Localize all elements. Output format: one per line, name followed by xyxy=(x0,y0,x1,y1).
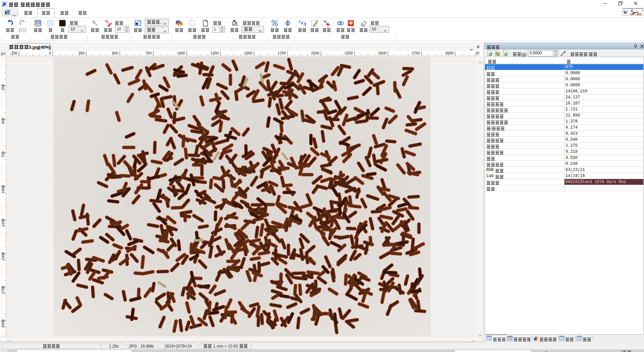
svg-text:1: 1 xyxy=(299,19,301,24)
svg-text:2250: 2250 xyxy=(345,51,353,55)
svg-text:2000: 2000 xyxy=(1,319,5,327)
svg-text:2000: 2000 xyxy=(311,51,319,55)
svg-text:1750: 1750 xyxy=(1,286,5,294)
svg-text:0: 0 xyxy=(49,51,51,55)
svg-text:een: een xyxy=(634,11,639,14)
svg-text:3000: 3000 xyxy=(445,51,453,55)
svg-text:500: 500 xyxy=(112,51,118,55)
svg-text:W: W xyxy=(623,10,628,15)
svg-text:1500: 1500 xyxy=(244,51,252,55)
svg-text:-250: -250 xyxy=(10,51,17,55)
svg-text:750: 750 xyxy=(146,51,152,55)
svg-text:1750: 1750 xyxy=(278,51,286,55)
svg-text:2: 2 xyxy=(301,20,303,25)
svg-text:2750: 2750 xyxy=(412,51,420,55)
svg-text:250: 250 xyxy=(1,84,5,90)
svg-text:1000: 1000 xyxy=(1,185,5,193)
svg-text:500: 500 xyxy=(1,118,5,124)
svg-text:2500: 2500 xyxy=(378,51,386,55)
svg-text:32: 32 xyxy=(475,51,479,55)
svg-text:1000: 1000 xyxy=(177,51,185,55)
svg-text:1250: 1250 xyxy=(211,51,219,55)
svg-text:1250: 1250 xyxy=(1,219,5,227)
svg-text:3: 3 xyxy=(304,21,306,27)
svg-text:1500: 1500 xyxy=(1,252,5,260)
svg-text:px: px xyxy=(1,52,6,56)
svg-text:®: ® xyxy=(641,10,643,12)
svg-text:250: 250 xyxy=(78,51,85,55)
svg-text:750: 750 xyxy=(1,151,5,158)
